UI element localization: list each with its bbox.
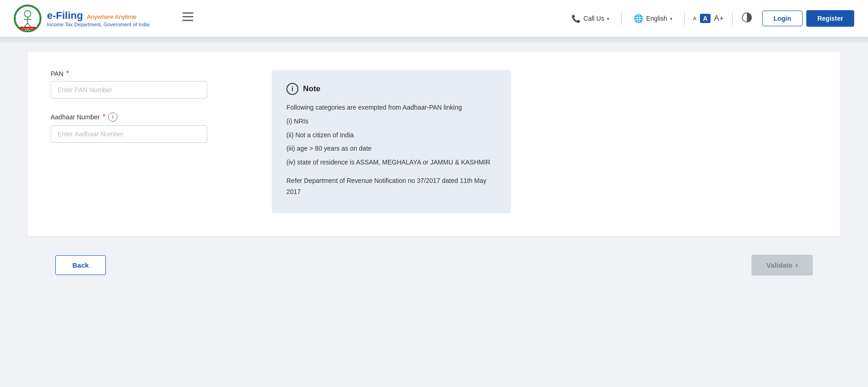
phone-icon: 📞 [571, 14, 581, 23]
call-us-chevron: ▾ [607, 16, 609, 21]
globe-icon: 🌐 [634, 14, 643, 23]
pan-input[interactable] [51, 81, 207, 99]
note-ref: Refer Department of Revenue Notification… [286, 176, 496, 198]
note-item-2: (ii) Not a citizen of India [286, 130, 496, 141]
call-us-label: Call Us [583, 15, 604, 22]
validate-label: Validate [766, 261, 792, 269]
note-box: i Note Following categories are exempted… [272, 70, 511, 213]
svg-point-1 [24, 11, 31, 17]
language-label: English [646, 15, 667, 22]
logo-efiling-text: e-Filing Anywhere Anytime [47, 10, 149, 22]
aadhaar-label: Aadhaar Number * i [51, 112, 244, 122]
pan-field-group: PAN * [51, 70, 244, 99]
logo-subtitle: Income Tax Department, Government of Ind… [47, 22, 149, 27]
emblem-logo: INCOME TAX [14, 5, 41, 32]
note-item-3: (iii) age > 80 years as on date [286, 143, 496, 154]
main-header: INCOME TAX e-Filing Anywhere Anytime Inc… [0, 0, 868, 37]
form-section: PAN * Aadhaar Number * i [51, 70, 817, 213]
top-gray-bar [0, 37, 868, 42]
divider-2 [684, 12, 685, 25]
note-info-icon: i [286, 83, 298, 95]
pan-required-star: * [66, 70, 69, 77]
note-title: i Note [286, 83, 496, 95]
language-chevron: ▾ [670, 16, 672, 21]
call-us-button[interactable]: 📞 Call Us ▾ [566, 12, 615, 26]
svg-rect-9 [182, 16, 193, 18]
logo-area: INCOME TAX e-Filing Anywhere Anytime Inc… [14, 5, 566, 32]
note-intro: Following categories are exempted from A… [286, 102, 496, 113]
validate-arrow-icon: › [795, 260, 798, 270]
login-button[interactable]: Login [762, 11, 803, 26]
validate-button[interactable]: Validate › [751, 255, 813, 276]
pan-label: PAN * [51, 70, 244, 77]
back-button[interactable]: Back [55, 255, 106, 275]
bottom-bar: Back Validate › [28, 250, 840, 280]
logo-text: e-Filing Anywhere Anytime Income Tax Dep… [47, 10, 149, 27]
page-body: PAN * Aadhaar Number * i [0, 42, 868, 387]
hamburger-menu[interactable] [182, 12, 193, 24]
aadhaar-input[interactable] [51, 125, 207, 143]
note-body: Following categories are exempted from A… [286, 102, 496, 198]
aadhaar-required-star: * [103, 113, 105, 121]
form-left: PAN * Aadhaar Number * i [51, 70, 244, 157]
aadhaar-field-group: Aadhaar Number * i [51, 112, 244, 143]
main-card: PAN * Aadhaar Number * i [28, 52, 840, 236]
contrast-button[interactable] [739, 12, 755, 25]
divider-3 [732, 12, 733, 25]
note-item-1: (i) NRIs [286, 116, 496, 127]
font-large-button[interactable]: A+ [712, 13, 726, 24]
language-selector[interactable]: 🌐 English ▾ [628, 11, 678, 26]
svg-rect-8 [182, 12, 193, 14]
header-right: 📞 Call Us ▾ 🌐 English ▾ A A A+ Login [566, 10, 854, 27]
svg-rect-10 [182, 20, 193, 21]
font-medium-button[interactable]: A [700, 14, 710, 23]
svg-text:INCOME TAX: INCOME TAX [22, 28, 34, 30]
aadhaar-info-icon[interactable]: i [108, 112, 117, 122]
divider-1 [621, 12, 622, 25]
note-item-4: (iv) state of residence is ASSAM, MEGHAL… [286, 157, 496, 168]
font-size-controls: A A A+ [691, 13, 726, 24]
register-button[interactable]: Register [806, 10, 854, 27]
font-small-button[interactable]: A [691, 15, 698, 22]
